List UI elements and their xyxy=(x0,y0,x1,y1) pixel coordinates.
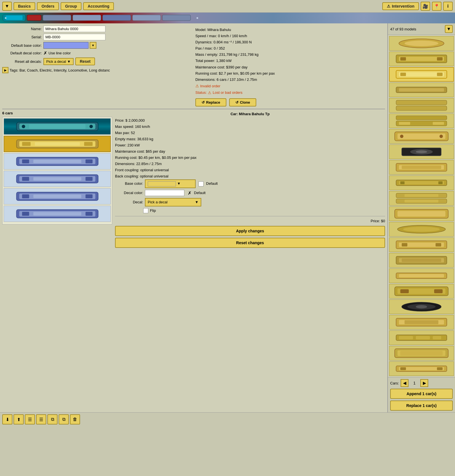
filter-btn[interactable]: ▼ xyxy=(445,25,453,33)
copy-btn-2[interactable]: ⧉ xyxy=(59,414,69,424)
model-item[interactable] xyxy=(389,330,454,345)
svg-point-61 xyxy=(439,135,443,138)
cars-section: 6 cars xyxy=(2,111,385,248)
model-item[interactable] xyxy=(389,98,454,113)
car-dimensions: Dimensions: 22.85m / 2.75m xyxy=(115,161,385,167)
accounting-tab[interactable]: Accounting xyxy=(83,2,114,10)
copy-btn-1[interactable]: ⧉ xyxy=(47,414,58,424)
car-back-coupling: Back coupling: optional universal xyxy=(115,173,385,179)
model-item[interactable] xyxy=(389,206,454,221)
svg-rect-69 xyxy=(399,181,444,184)
model-item[interactable] xyxy=(389,299,454,314)
warning-icon: ⚠ xyxy=(387,4,390,8)
model-item[interactable] xyxy=(389,253,454,268)
model-item[interactable] xyxy=(389,83,454,97)
grid-view-btn[interactable]: ☰ xyxy=(36,414,46,424)
pax-info: Pax / max: 0 / 352 xyxy=(195,45,385,52)
replace-cars-btn[interactable]: Replace 1 car(s) xyxy=(390,401,453,411)
model-item[interactable] xyxy=(389,191,454,206)
car-decal-color-swatch[interactable] xyxy=(145,190,184,196)
svg-rect-100 xyxy=(399,336,413,339)
replace-btn[interactable]: ↺ Replace xyxy=(195,98,226,106)
tags-play-btn[interactable]: ▶ xyxy=(2,67,8,73)
model-item[interactable] xyxy=(389,346,454,361)
clone-btn[interactable]: ↺ Clone xyxy=(229,98,256,106)
right-bottom: Cars: ◀ 1 ▶ Append 1 car(s) Replace 1 ca… xyxy=(388,377,455,412)
svg-rect-38 xyxy=(85,212,92,216)
svg-rect-91 xyxy=(400,289,409,293)
base-color-dropdown[interactable]: ▼ xyxy=(90,42,96,49)
use-line-color-checkbox[interactable]: ✗ xyxy=(43,50,47,56)
model-item[interactable] xyxy=(389,160,454,175)
tags-label: Tags: xyxy=(10,68,18,72)
car-decal-row: Decal: Pick a decal ▼ xyxy=(115,198,385,206)
model-item[interactable] xyxy=(389,315,454,330)
model-item[interactable] xyxy=(389,52,454,66)
main-layout: Name: Serial: Default base color: ▼ Defa… xyxy=(0,23,455,412)
svg-point-13 xyxy=(89,125,93,128)
pin-btn[interactable]: 📍 xyxy=(432,2,441,11)
car-details: Car: Mihara Bahulu Tp Price: $ 2,000,000… xyxy=(115,111,385,248)
model-item[interactable] xyxy=(389,67,454,82)
model-item[interactable] xyxy=(389,144,454,159)
menu-dropdown-btn[interactable]: ▼ xyxy=(2,2,12,11)
list-view-btn[interactable]: ☰ xyxy=(25,414,35,424)
svg-point-9 xyxy=(196,17,198,19)
intervention-btn[interactable]: ⚠ Intervention xyxy=(382,2,419,10)
model-item[interactable] xyxy=(389,361,454,376)
reset-btn[interactable]: Reset xyxy=(75,57,95,65)
name-input[interactable] xyxy=(43,26,105,32)
bottom-btns: Apply changes Reset changes xyxy=(115,226,385,248)
car-base-default-checkbox[interactable] xyxy=(198,181,204,186)
svg-rect-27 xyxy=(22,177,29,181)
info-btn[interactable]: i xyxy=(443,2,453,11)
reset-changes-btn[interactable]: Reset changes xyxy=(115,238,385,248)
model-item[interactable] xyxy=(389,36,454,51)
svg-point-12 xyxy=(22,125,25,128)
scroll-down-btn[interactable]: ⬇ xyxy=(2,414,12,424)
svg-rect-92 xyxy=(434,289,443,293)
camera-btn[interactable]: 🎥 xyxy=(421,2,430,11)
model-item[interactable] xyxy=(389,129,454,144)
svg-point-95 xyxy=(416,305,427,308)
svg-rect-52 xyxy=(396,100,447,105)
car-item[interactable] xyxy=(4,118,111,135)
top-bar: ▼ Basics Orders Group Accounting ⚠ Inter… xyxy=(0,0,455,13)
basics-tab[interactable]: Basics xyxy=(14,2,35,10)
base-color-swatch[interactable] xyxy=(43,42,89,49)
running-cost-info: Running cost: $2.7 per km, $0.05 per km … xyxy=(195,70,385,77)
car-item[interactable] xyxy=(4,171,111,187)
apply-changes-btn[interactable]: Apply changes xyxy=(115,226,385,236)
car-decal-dropdown[interactable]: Pick a decal ▼ xyxy=(145,198,201,206)
model-item[interactable] xyxy=(389,284,454,299)
scroll-up-btn[interactable]: ⬆ xyxy=(14,414,24,424)
svg-rect-28 xyxy=(85,177,92,181)
svg-rect-82 xyxy=(402,243,407,246)
svg-rect-59 xyxy=(397,134,445,139)
model-item[interactable] xyxy=(389,268,454,283)
serial-input[interactable] xyxy=(43,34,105,40)
model-item[interactable] xyxy=(389,222,454,237)
car-item[interactable] xyxy=(4,188,111,204)
reset-decals-row: Reset all decals: Pick a decal ▼ Reset xyxy=(2,57,192,65)
model-item[interactable] xyxy=(389,114,454,128)
cars-increase-btn[interactable]: ▶ xyxy=(420,379,428,387)
car-base-color-dropdown[interactable]: ▼ xyxy=(145,179,196,188)
car-item[interactable] xyxy=(4,153,111,170)
car-front-coupling: Front coupling: optional universal xyxy=(115,167,385,173)
cars-decrease-btn[interactable]: ◀ xyxy=(401,379,408,387)
orders-tab[interactable]: Orders xyxy=(37,2,59,10)
svg-rect-32 xyxy=(22,194,29,198)
model-item[interactable] xyxy=(389,237,454,252)
car-item[interactable] xyxy=(4,206,111,222)
car-item[interactable] xyxy=(4,136,111,152)
append-cars-btn[interactable]: Append 1 car(s) xyxy=(390,389,453,399)
car-max-speed: Max speed: 160 km/h xyxy=(115,124,385,130)
pick-decal-dropdown[interactable]: Pick a decal ▼ xyxy=(43,58,74,65)
group-tab[interactable]: Group xyxy=(61,2,81,10)
delete-btn[interactable]: 🗑 xyxy=(70,414,80,424)
car-decal-x-checkbox[interactable]: ✗ xyxy=(188,189,191,197)
model-item[interactable] xyxy=(389,175,454,190)
flip-checkbox[interactable] xyxy=(143,208,148,213)
svg-rect-53 xyxy=(396,106,447,110)
